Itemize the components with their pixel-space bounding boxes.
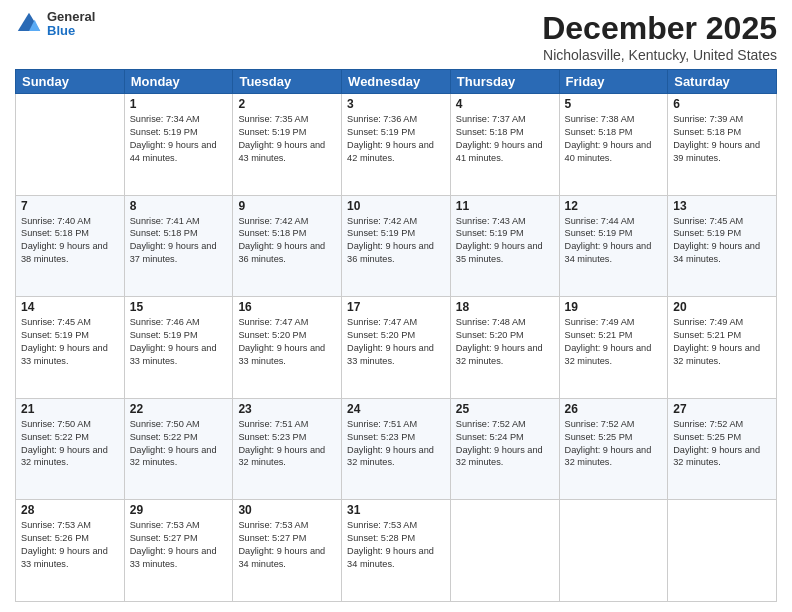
logo: General Blue (15, 10, 95, 39)
day-number: 30 (238, 503, 336, 517)
day-number: 2 (238, 97, 336, 111)
cell-content: Sunrise: 7:38 AM Sunset: 5:18 PM Dayligh… (565, 113, 663, 165)
cell-content: Sunrise: 7:35 AM Sunset: 5:19 PM Dayligh… (238, 113, 336, 165)
day-number: 5 (565, 97, 663, 111)
day-number: 15 (130, 300, 228, 314)
calendar-week-4: 28Sunrise: 7:53 AM Sunset: 5:26 PM Dayli… (16, 500, 777, 602)
cell-content: Sunrise: 7:36 AM Sunset: 5:19 PM Dayligh… (347, 113, 445, 165)
col-sunday: Sunday (16, 70, 125, 94)
calendar-cell: 6Sunrise: 7:39 AM Sunset: 5:18 PM Daylig… (668, 94, 777, 196)
day-number: 31 (347, 503, 445, 517)
cell-content: Sunrise: 7:47 AM Sunset: 5:20 PM Dayligh… (347, 316, 445, 368)
day-number: 16 (238, 300, 336, 314)
logo-icon (15, 10, 43, 38)
cell-content: Sunrise: 7:48 AM Sunset: 5:20 PM Dayligh… (456, 316, 554, 368)
cell-content: Sunrise: 7:43 AM Sunset: 5:19 PM Dayligh… (456, 215, 554, 267)
day-number: 28 (21, 503, 119, 517)
calendar-cell: 22Sunrise: 7:50 AM Sunset: 5:22 PM Dayli… (124, 398, 233, 500)
cell-content: Sunrise: 7:52 AM Sunset: 5:24 PM Dayligh… (456, 418, 554, 470)
calendar-header-row: Sunday Monday Tuesday Wednesday Thursday… (16, 70, 777, 94)
calendar-cell: 1Sunrise: 7:34 AM Sunset: 5:19 PM Daylig… (124, 94, 233, 196)
cell-content: Sunrise: 7:42 AM Sunset: 5:18 PM Dayligh… (238, 215, 336, 267)
day-number: 6 (673, 97, 771, 111)
day-number: 13 (673, 199, 771, 213)
cell-content: Sunrise: 7:53 AM Sunset: 5:27 PM Dayligh… (238, 519, 336, 571)
cell-content: Sunrise: 7:40 AM Sunset: 5:18 PM Dayligh… (21, 215, 119, 267)
calendar-cell: 25Sunrise: 7:52 AM Sunset: 5:24 PM Dayli… (450, 398, 559, 500)
day-number: 25 (456, 402, 554, 416)
col-wednesday: Wednesday (342, 70, 451, 94)
calendar-cell: 14Sunrise: 7:45 AM Sunset: 5:19 PM Dayli… (16, 297, 125, 399)
day-number: 24 (347, 402, 445, 416)
day-number: 29 (130, 503, 228, 517)
day-number: 1 (130, 97, 228, 111)
day-number: 4 (456, 97, 554, 111)
day-number: 8 (130, 199, 228, 213)
logo-general-text: General (47, 10, 95, 24)
calendar-cell: 4Sunrise: 7:37 AM Sunset: 5:18 PM Daylig… (450, 94, 559, 196)
col-monday: Monday (124, 70, 233, 94)
calendar-cell (16, 94, 125, 196)
day-number: 3 (347, 97, 445, 111)
day-number: 27 (673, 402, 771, 416)
calendar-cell: 16Sunrise: 7:47 AM Sunset: 5:20 PM Dayli… (233, 297, 342, 399)
calendar-cell: 17Sunrise: 7:47 AM Sunset: 5:20 PM Dayli… (342, 297, 451, 399)
day-number: 23 (238, 402, 336, 416)
cell-content: Sunrise: 7:50 AM Sunset: 5:22 PM Dayligh… (21, 418, 119, 470)
calendar-cell: 19Sunrise: 7:49 AM Sunset: 5:21 PM Dayli… (559, 297, 668, 399)
calendar-cell: 28Sunrise: 7:53 AM Sunset: 5:26 PM Dayli… (16, 500, 125, 602)
logo-blue-text: Blue (47, 24, 95, 38)
cell-content: Sunrise: 7:47 AM Sunset: 5:20 PM Dayligh… (238, 316, 336, 368)
day-number: 22 (130, 402, 228, 416)
calendar-cell: 12Sunrise: 7:44 AM Sunset: 5:19 PM Dayli… (559, 195, 668, 297)
calendar-cell: 2Sunrise: 7:35 AM Sunset: 5:19 PM Daylig… (233, 94, 342, 196)
calendar-week-3: 21Sunrise: 7:50 AM Sunset: 5:22 PM Dayli… (16, 398, 777, 500)
day-number: 20 (673, 300, 771, 314)
location: Nicholasville, Kentucky, United States (542, 47, 777, 63)
cell-content: Sunrise: 7:39 AM Sunset: 5:18 PM Dayligh… (673, 113, 771, 165)
calendar-cell: 10Sunrise: 7:42 AM Sunset: 5:19 PM Dayli… (342, 195, 451, 297)
day-number: 12 (565, 199, 663, 213)
calendar-week-2: 14Sunrise: 7:45 AM Sunset: 5:19 PM Dayli… (16, 297, 777, 399)
col-tuesday: Tuesday (233, 70, 342, 94)
calendar-cell: 31Sunrise: 7:53 AM Sunset: 5:28 PM Dayli… (342, 500, 451, 602)
cell-content: Sunrise: 7:51 AM Sunset: 5:23 PM Dayligh… (238, 418, 336, 470)
cell-content: Sunrise: 7:50 AM Sunset: 5:22 PM Dayligh… (130, 418, 228, 470)
day-number: 19 (565, 300, 663, 314)
day-number: 26 (565, 402, 663, 416)
calendar-cell: 30Sunrise: 7:53 AM Sunset: 5:27 PM Dayli… (233, 500, 342, 602)
day-number: 11 (456, 199, 554, 213)
day-number: 10 (347, 199, 445, 213)
cell-content: Sunrise: 7:46 AM Sunset: 5:19 PM Dayligh… (130, 316, 228, 368)
col-saturday: Saturday (668, 70, 777, 94)
cell-content: Sunrise: 7:53 AM Sunset: 5:26 PM Dayligh… (21, 519, 119, 571)
calendar-cell (668, 500, 777, 602)
cell-content: Sunrise: 7:53 AM Sunset: 5:27 PM Dayligh… (130, 519, 228, 571)
cell-content: Sunrise: 7:42 AM Sunset: 5:19 PM Dayligh… (347, 215, 445, 267)
cell-content: Sunrise: 7:49 AM Sunset: 5:21 PM Dayligh… (565, 316, 663, 368)
calendar-cell (450, 500, 559, 602)
cell-content: Sunrise: 7:53 AM Sunset: 5:28 PM Dayligh… (347, 519, 445, 571)
cell-content: Sunrise: 7:45 AM Sunset: 5:19 PM Dayligh… (673, 215, 771, 267)
page: General Blue December 2025 Nicholasville… (0, 0, 792, 612)
calendar-week-1: 7Sunrise: 7:40 AM Sunset: 5:18 PM Daylig… (16, 195, 777, 297)
calendar-cell: 23Sunrise: 7:51 AM Sunset: 5:23 PM Dayli… (233, 398, 342, 500)
calendar-cell: 27Sunrise: 7:52 AM Sunset: 5:25 PM Dayli… (668, 398, 777, 500)
cell-content: Sunrise: 7:41 AM Sunset: 5:18 PM Dayligh… (130, 215, 228, 267)
calendar-cell: 26Sunrise: 7:52 AM Sunset: 5:25 PM Dayli… (559, 398, 668, 500)
cell-content: Sunrise: 7:37 AM Sunset: 5:18 PM Dayligh… (456, 113, 554, 165)
calendar-table: Sunday Monday Tuesday Wednesday Thursday… (15, 69, 777, 602)
calendar-cell (559, 500, 668, 602)
col-friday: Friday (559, 70, 668, 94)
calendar-cell: 15Sunrise: 7:46 AM Sunset: 5:19 PM Dayli… (124, 297, 233, 399)
title-block: December 2025 Nicholasville, Kentucky, U… (542, 10, 777, 63)
cell-content: Sunrise: 7:49 AM Sunset: 5:21 PM Dayligh… (673, 316, 771, 368)
day-number: 7 (21, 199, 119, 213)
calendar-cell: 24Sunrise: 7:51 AM Sunset: 5:23 PM Dayli… (342, 398, 451, 500)
calendar-cell: 21Sunrise: 7:50 AM Sunset: 5:22 PM Dayli… (16, 398, 125, 500)
calendar-cell: 8Sunrise: 7:41 AM Sunset: 5:18 PM Daylig… (124, 195, 233, 297)
logo-text: General Blue (47, 10, 95, 39)
day-number: 9 (238, 199, 336, 213)
cell-content: Sunrise: 7:45 AM Sunset: 5:19 PM Dayligh… (21, 316, 119, 368)
calendar-cell: 3Sunrise: 7:36 AM Sunset: 5:19 PM Daylig… (342, 94, 451, 196)
